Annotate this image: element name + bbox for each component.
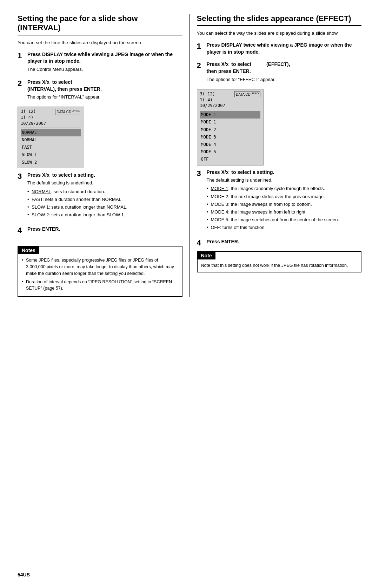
left-step-3-num: 3 — [18, 173, 27, 180]
note-content: Note that this setting does not work if … — [198, 259, 361, 272]
left-step-4-content: Press ENTER. — [27, 226, 182, 234]
right-step-2-num: 2 — [197, 62, 207, 69]
note-item-1: Some JPEG files, especially progressive … — [22, 257, 178, 277]
right-menu-mode2: MODE 2 — [200, 126, 260, 134]
right-column: Selecting the slides appearance (EFFECT)… — [190, 14, 362, 297]
left-step-1: 1 Press DISPLAY twice while viewing a JP… — [18, 51, 182, 75]
right-step-3-text: Press X/x to select a setting. — [207, 169, 362, 176]
left-screen-date: 10/29/2007 — [21, 121, 46, 127]
right-screen: 3( 12) 1( 4) 10/29/2007 DATA CD JPEG MOD… — [197, 89, 362, 165]
left-screen-num-2: 1( 4) — [21, 115, 46, 121]
left-screen-menu: NORMAL NORMAL FAST SLOW 1 SLOW 2 — [21, 129, 81, 166]
right-step-3-sub: The default setting is underlined. — [207, 177, 362, 183]
left-intro: You can set the time the slides are disp… — [18, 40, 182, 46]
right-step-4-label: Press ENTER. — [207, 238, 362, 245]
left-screen-panel: 3( 12) 1( 4) 10/29/2007 DATA CD JPEG NOR… — [18, 107, 84, 168]
right-bullet-2: MODE 2: the next image slides over the p… — [207, 194, 362, 200]
left-column: Setting the pace for a slide show (INTER… — [18, 14, 190, 297]
right-screen-num-2: 1( 4) — [200, 97, 225, 103]
note-box: Note Note that this setting does not wor… — [197, 251, 362, 272]
right-bullet-4: MODE 4: the image sweeps in from left to… — [207, 209, 362, 215]
right-step-3-content: Press X/x to select a setting. The defau… — [207, 169, 362, 235]
right-bullet-6: OFF: turns off this function. — [207, 224, 362, 231]
left-screen-badge: DATA CD JPEG — [55, 109, 81, 115]
left-step-2: 2 Press X/x to select(INTERVAL), then pr… — [18, 79, 182, 102]
right-step-3: 3 Press X/x to select a setting. The def… — [197, 169, 362, 235]
notes-box: Notes Some JPEG files, especially progre… — [18, 246, 182, 297]
left-screen-header: 3( 12) 1( 4) 10/29/2007 DATA CD JPEG — [21, 109, 81, 128]
note-item-2: Duration of interval depends on “JPEG RE… — [22, 279, 178, 292]
right-step-4-num: 4 — [197, 239, 207, 247]
left-menu-normal-2: NORMAL — [21, 136, 81, 144]
right-step-1-num: 1 — [197, 42, 207, 50]
right-intro: You can select the way the slides are di… — [197, 30, 362, 37]
left-screen-nums: 3( 12) 1( 4) 10/29/2007 — [21, 109, 46, 126]
right-menu-mode1-b: MODE 1 — [200, 119, 260, 126]
right-step-1-text: Press DISPLAY twice while viewing a JPEG… — [207, 42, 362, 55]
left-step-2-text: Press X/x to select(INTERVAL), then pres… — [27, 79, 182, 93]
right-step-1: 1 Press DISPLAY twice while viewing a JP… — [197, 42, 362, 57]
notes-list: Some JPEG files, especially progressive … — [22, 257, 178, 292]
left-step-4: 4 Press ENTER. — [18, 226, 182, 234]
left-step-1-sub: The Control Menu appears. — [27, 66, 182, 73]
left-step-3-text: Press X/x to select a setting. — [27, 172, 182, 179]
left-bullet-2: FAST: sets a duration shorter than NORMA… — [27, 196, 182, 203]
right-screen-nums: 3( 12) 1( 4) 10/29/2007 — [200, 91, 225, 109]
note-header: Note — [198, 252, 215, 259]
left-menu-slow1: SLOW 1 — [21, 151, 81, 158]
left-bullet-4: SLOW 2: sets a duration longer than SLOW… — [27, 212, 182, 218]
left-menu-fast: FAST — [21, 144, 81, 151]
right-step-1-content: Press DISPLAY twice while viewing a JPEG… — [207, 42, 362, 57]
right-step-3-num: 3 — [197, 170, 207, 177]
right-screen-header: 3( 12) 1( 4) 10/29/2007 DATA CD JPEG — [200, 91, 260, 110]
left-bullet-3: SLOW 1: sets a duration longer than NORM… — [27, 204, 182, 210]
left-step-3-sub: The default setting is underlined. — [27, 180, 182, 186]
left-menu-normal-1: NORMAL — [21, 129, 81, 136]
right-screen-num-1: 3( 12) — [200, 91, 225, 97]
notes-header: Notes — [18, 246, 39, 254]
right-bullet-3: MODE 3: the image sweeps in from top to … — [207, 201, 362, 208]
right-screen-panel: 3( 12) 1( 4) 10/29/2007 DATA CD JPEG MOD… — [197, 89, 264, 165]
notes-content: Some JPEG files, especially progressive … — [18, 254, 182, 296]
left-step-4-label: Press ENTER. — [27, 226, 182, 233]
right-step-2-sub: The options for “EFFECT” appear. — [207, 76, 362, 83]
left-step-2-num: 2 — [18, 80, 27, 87]
right-step-4-content: Press ENTER. — [207, 238, 362, 247]
right-bullet-1: MODE 1: the images randomly cycle throug… — [207, 185, 362, 192]
right-menu-mode5: MODE 5 — [200, 148, 260, 156]
right-step-2: 2 Press X/x to select (EFFECT),then pres… — [197, 61, 362, 85]
right-screen-menu: MODE 1 MODE 1 MODE 2 MODE 3 MODE 4 MODE … — [200, 111, 260, 163]
left-step-3-content: Press X/x to select a setting. The defau… — [27, 172, 182, 222]
left-step-2-content: Press X/x to select(INTERVAL), then pres… — [27, 79, 182, 102]
left-step-3-bullets: NORMAL: sets to standard duration. FAST:… — [27, 189, 182, 218]
right-bullet-5: MODE 5: the image stretches out from the… — [207, 217, 362, 223]
left-bullet-1: NORMAL: sets to standard duration. — [27, 189, 182, 195]
right-screen-badge: DATA CD JPEG — [234, 91, 260, 97]
right-menu-mode3: MODE 3 — [200, 134, 260, 141]
left-step-3: 3 Press X/x to select a setting. The def… — [18, 172, 182, 222]
left-title: Setting the pace for a slide show (INTER… — [18, 14, 182, 35]
left-screen-num-1: 3( 12) — [21, 109, 46, 115]
right-menu-mode4: MODE 4 — [200, 141, 260, 148]
left-screen: 3( 12) 1( 4) 10/29/2007 DATA CD JPEG NOR… — [18, 107, 182, 168]
right-menu-off: OFF — [200, 156, 260, 163]
left-step-2-sub: The options for “INTERVAL” appear. — [27, 94, 182, 100]
left-step-4-num: 4 — [18, 227, 27, 234]
left-step-1-content: Press DISPLAY twice while viewing a JPEG… — [27, 51, 182, 75]
right-menu-mode1-a: MODE 1 — [200, 111, 260, 119]
main-content: Setting the pace for a slide show (INTER… — [18, 14, 361, 297]
right-step-2-text: Press X/x to select (EFFECT),then press … — [207, 61, 362, 75]
left-step-1-num: 1 — [18, 52, 27, 60]
left-menu-slow2: SLOW 2 — [21, 159, 81, 166]
right-title: Selecting the slides appearance (EFFECT) — [197, 14, 362, 26]
left-step-1-text: Press DISPLAY twice while viewing a JPEG… — [27, 51, 182, 65]
right-screen-date: 10/29/2007 — [200, 103, 225, 109]
right-step-4: 4 Press ENTER. — [197, 238, 362, 247]
page-number: 54US — [18, 572, 30, 577]
right-step-2-content: Press X/x to select (EFFECT),then press … — [207, 61, 362, 85]
right-step-3-bullets: MODE 1: the images randomly cycle throug… — [207, 185, 362, 231]
left-divider — [18, 240, 182, 240]
